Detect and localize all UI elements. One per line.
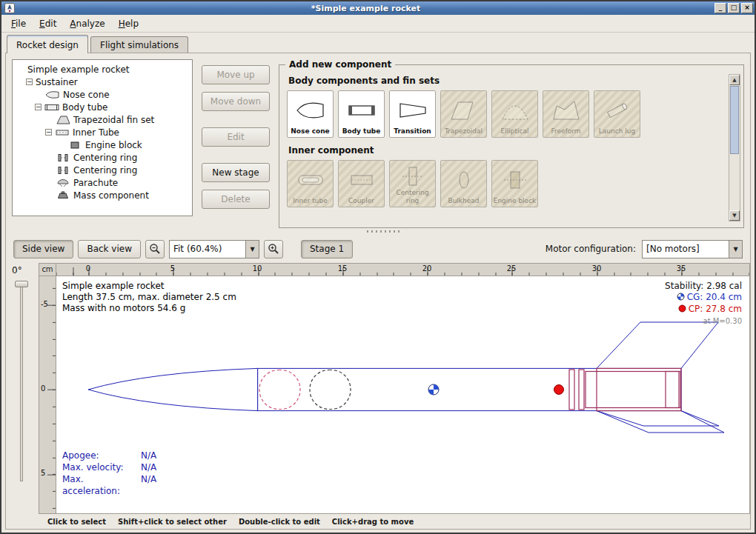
title-bar[interactable]: *Simple example rocket _ □ × xyxy=(1,1,755,15)
vertical-scrollbar[interactable] xyxy=(729,74,740,221)
add-transition-button[interactable]: Transition xyxy=(389,90,436,138)
nose-cone-icon xyxy=(45,90,60,99)
rocket-design-panel: Simple example rocket Sustainer Nose con… xyxy=(5,53,751,530)
component-button-label: Inner tube xyxy=(293,197,328,204)
hint-shift-click: Shift+click to select other xyxy=(118,518,227,526)
max-velocity-label: Max. velocity: xyxy=(62,461,141,473)
motor-configuration-select[interactable]: [No motors] xyxy=(642,240,743,258)
component-tree[interactable]: Simple example rocket Sustainer Nose con… xyxy=(12,59,193,216)
collapse-icon[interactable] xyxy=(35,104,42,110)
tree-item-body-tube[interactable]: Body tube xyxy=(14,101,190,113)
transition-icon xyxy=(398,94,428,127)
centering-ring-icon xyxy=(398,164,428,189)
tree-item-sustainer[interactable]: Sustainer xyxy=(14,76,190,88)
zoom-in-button[interactable] xyxy=(264,240,283,258)
ruler-tick-label: 10 xyxy=(253,264,262,273)
body-tube-icon xyxy=(347,94,377,127)
menu-edit[interactable]: Edit xyxy=(33,16,63,31)
motor-configuration: Motor configuration: [No motors] xyxy=(546,240,743,258)
app-icon[interactable] xyxy=(4,3,16,13)
delete-button[interactable]: Delete xyxy=(202,190,270,209)
rotation-slider-thumb[interactable] xyxy=(15,281,28,287)
tree-item-fin-set[interactable]: Trapezoidal fin set xyxy=(14,113,190,126)
cg-value: CG: 20.4 cm xyxy=(687,292,742,302)
tab-rocket-design[interactable]: Rocket design xyxy=(7,35,88,53)
component-button-label: Engine block xyxy=(494,197,537,204)
ruler-tick-label: 0 xyxy=(41,384,45,393)
scroll-down-icon[interactable] xyxy=(729,210,740,221)
add-trapezoidal-fin-button[interactable]: Trapezoidal xyxy=(440,90,487,138)
dropdown-arrow-icon[interactable] xyxy=(246,240,259,258)
ruler-tick-label: 0 xyxy=(86,264,90,273)
add-elliptical-fin-button[interactable]: Elliptical xyxy=(491,90,538,138)
rotation-control: 0° xyxy=(6,263,39,514)
add-launch-lug-button[interactable]: Launch lug xyxy=(594,90,640,138)
close-button[interactable]: × xyxy=(741,3,753,13)
tree-item-engine-block[interactable]: Engine block xyxy=(14,138,190,151)
menu-analyze[interactable]: Analyze xyxy=(63,16,111,31)
zoom-out-button[interactable] xyxy=(145,240,165,258)
rocket-canvas[interactable]: Simple example rocket Length 37.5 cm, ma… xyxy=(56,276,750,514)
tree-item-inner-tube[interactable]: Inner Tube xyxy=(14,126,190,138)
motor-configuration-label: Motor configuration: xyxy=(546,244,636,254)
tab-flight-simulations[interactable]: Flight simulations xyxy=(90,36,188,53)
collapse-icon[interactable] xyxy=(26,79,33,85)
tree-item-centering-ring-2[interactable]: Centering ring xyxy=(14,164,190,176)
side-view-button[interactable]: Side view xyxy=(13,240,73,258)
tree-item-label: Simple example rocket xyxy=(27,64,129,75)
tree-item-nose-cone[interactable]: Nose cone xyxy=(14,88,190,101)
zoom-select[interactable]: Fit (60.4%) xyxy=(169,240,259,258)
add-nose-cone-button[interactable]: Nose cone xyxy=(287,90,334,138)
rocket-dimensions: Length 37.5 cm, max. diameter 2.5 cm xyxy=(62,292,236,303)
minimize-button[interactable]: _ xyxy=(714,3,726,13)
scroll-up-icon[interactable] xyxy=(729,75,740,85)
stage-1-toggle[interactable]: Stage 1 xyxy=(301,240,353,258)
tree-item-rocket[interactable]: Simple example rocket xyxy=(14,63,190,76)
inner-tube-icon xyxy=(55,128,70,137)
add-engine-block-button[interactable]: Engine block xyxy=(491,160,538,207)
scrollbar-thumb[interactable] xyxy=(730,86,739,154)
new-stage-button[interactable]: New stage xyxy=(202,163,270,182)
window-title: *Simple example rocket xyxy=(19,4,713,13)
stability-value: Stability: 2.98 cal xyxy=(665,281,742,292)
tree-item-mass-component[interactable]: Mass component xyxy=(14,189,190,201)
dropdown-arrow-icon[interactable] xyxy=(729,240,743,258)
tree-item-centering-ring-1[interactable]: Centering ring xyxy=(14,151,190,164)
maximize-button[interactable]: □ xyxy=(728,3,740,13)
move-up-button[interactable]: Move up xyxy=(202,65,270,84)
edit-button[interactable]: Edit xyxy=(202,127,270,147)
apogee-value: N/A xyxy=(141,450,156,461)
move-down-button[interactable]: Move down xyxy=(202,92,270,111)
add-body-tube-button[interactable]: Body tube xyxy=(338,90,385,138)
splitter-handle[interactable] xyxy=(6,228,750,235)
rotation-slider-track[interactable] xyxy=(20,284,23,481)
engine-block-icon xyxy=(500,164,530,197)
tab-bar: Rocket design Flight simulations xyxy=(1,33,755,53)
component-button-label: Launch lug xyxy=(599,127,635,135)
collapse-icon[interactable] xyxy=(45,129,52,136)
menu-help[interactable]: Help xyxy=(112,16,145,31)
cg-icon xyxy=(677,293,685,304)
component-button-label: Nose cone xyxy=(291,127,329,135)
add-coupler-button[interactable]: Coupler xyxy=(338,160,385,207)
design-top-section: Simple example rocket Sustainer Nose con… xyxy=(6,53,750,228)
inner-component-label: Inner component xyxy=(288,145,724,156)
trapezoidal-fin-icon xyxy=(449,94,479,127)
ruler-major-ticks xyxy=(47,276,56,513)
add-centering-ring-button[interactable]: Centering ring xyxy=(389,160,436,207)
rocket-info: Simple example rocket Length 37.5 cm, ma… xyxy=(62,281,236,314)
add-freeform-fin-button[interactable]: Freeform xyxy=(543,90,589,138)
tree-item-parachute[interactable]: Parachute xyxy=(14,176,190,189)
apogee-row: Apogee: N/A xyxy=(62,450,156,461)
back-view-button[interactable]: Back view xyxy=(78,240,141,258)
component-button-label: Coupler xyxy=(348,197,374,204)
component-button-label: Trapezoidal xyxy=(445,127,483,135)
add-inner-tube-button[interactable]: Inner tube xyxy=(287,160,334,207)
ruler-tick-label: 35 xyxy=(677,264,686,273)
component-button-label: Centering ring xyxy=(391,189,434,204)
menu-file[interactable]: File xyxy=(4,16,33,31)
rocket-mass: Mass with no motors 54.6 g xyxy=(62,303,236,314)
add-bulkhead-button[interactable]: Bulkhead xyxy=(440,160,487,207)
cp-value: CP: 27.8 cm xyxy=(689,304,742,314)
elliptical-fin-icon xyxy=(500,94,530,127)
